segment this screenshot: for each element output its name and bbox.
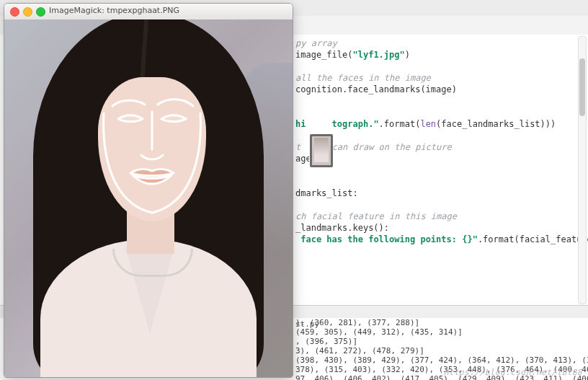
code-text: .format(facial_feature, fa: [478, 234, 588, 244]
watermark: Https://blog.csdn.net/lbt88: [444, 368, 582, 377]
code-string: tograph.": [332, 119, 379, 129]
code-text: _landmarks.keys():: [295, 223, 389, 233]
viewer-app-name: ImageMagick:: [49, 6, 104, 15]
viewer-titlebar[interactable]: ImageMagick: tmpexpghaat.PNG: [4, 4, 293, 20]
window-close-button[interactable]: [10, 7, 19, 17]
code-text: .format(: [379, 119, 421, 129]
code-string: "lyf1.jpg": [352, 50, 404, 60]
viewer-image: [4, 19, 293, 377]
code-comment: all the faces in the image: [295, 73, 431, 83]
code-string: face has the following points: {}": [300, 234, 478, 244]
code-comment: py array: [295, 38, 337, 48]
viewer-title: ImageMagick: tmpexpghaat.PNG: [49, 6, 179, 15]
code-text: (face_landmarks_list))): [436, 119, 556, 129]
viewer-filename: tmpexpghaat.PNG: [107, 6, 179, 15]
window-zoom-button[interactable]: [36, 7, 45, 17]
window-minimize-button[interactable]: [23, 7, 32, 17]
code-text: image_file(: [295, 50, 352, 60]
drag-thumbnail[interactable]: [310, 134, 333, 167]
code-comment: ch facial feature in this image: [295, 211, 457, 221]
code-text: cognition.face_landmarks(image): [295, 84, 457, 94]
code-builtin: len: [420, 119, 436, 129]
code-text: dmarks_list:: [295, 188, 358, 198]
code-text: ): [405, 50, 410, 60]
editor-scrollbar[interactable]: [578, 36, 587, 304]
code-string: hi: [295, 119, 306, 129]
image-viewer-window[interactable]: ImageMagick: tmpexpghaat.PNG: [4, 3, 293, 378]
scrollbar-thumb[interactable]: [579, 58, 585, 116]
console-tab[interactable]: st.py: [295, 319, 319, 329]
drag-thumbnail-image: [314, 138, 329, 162]
code-content[interactable]: py array image_file("lyf1.jpg") all the …: [295, 35, 588, 245]
